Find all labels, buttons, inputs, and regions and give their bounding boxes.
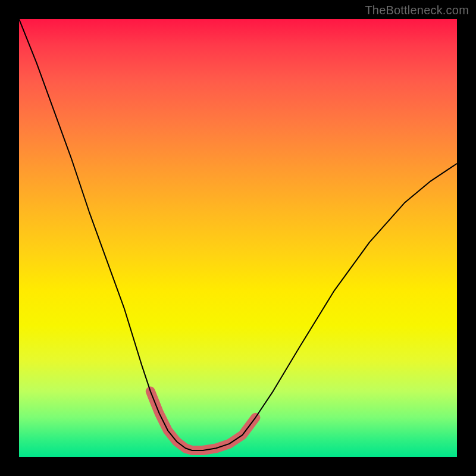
chart-frame: TheBottleneck.com [0,0,476,476]
watermark-text: TheBottleneck.com [365,4,469,17]
curve-line [19,19,457,450]
chart-overlay [19,19,457,457]
bottleneck-highlight [151,392,256,450]
